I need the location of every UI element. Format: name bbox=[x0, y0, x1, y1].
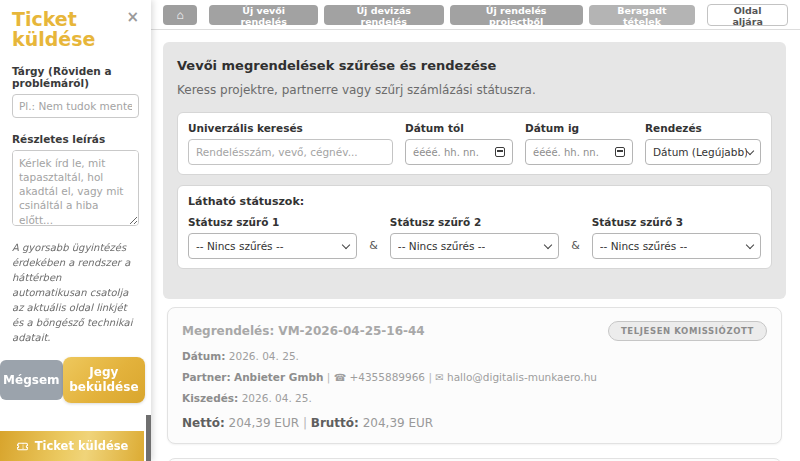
subject-input[interactable] bbox=[12, 94, 139, 118]
cancel-button[interactable]: Mégsem bbox=[0, 360, 63, 400]
order-pick-row: Kiszedés: 2026. 04. 25. bbox=[182, 392, 767, 404]
order-pick-value: 2026. 04. 25. bbox=[242, 392, 312, 404]
visible-statuses-label: Látható státuszok: bbox=[188, 195, 761, 208]
new-currency-order-button[interactable]: Új devizás rendelés bbox=[324, 5, 444, 25]
filter-panel-title: Vevői megrendelések szűrése és rendezése bbox=[177, 58, 772, 73]
sort-selected-value: Dátum (Legújabb) bbox=[653, 146, 747, 158]
sort-group: Rendezés Dátum (Legújabb) bbox=[645, 122, 761, 165]
new-order-from-project-button[interactable]: Új rendelés projectből bbox=[450, 5, 583, 25]
status-filter-3-select[interactable]: -- Nincs szűrés -- bbox=[592, 233, 761, 259]
status-filter-2-select[interactable]: -- Nincs szűrés -- bbox=[390, 233, 559, 259]
order-title: Megrendelés: VM-2026-04-25-16-44 bbox=[182, 324, 425, 338]
ticket-icon bbox=[16, 440, 29, 453]
calendar-icon[interactable] bbox=[495, 147, 505, 157]
order-date-value: 2026. 04. 25. bbox=[229, 350, 299, 362]
order-pick-label: Kiszedés: bbox=[182, 392, 238, 404]
search-filter-card: Univerzális keresés Dátum tól éééé. hh. … bbox=[177, 112, 772, 175]
status-filter-1-group: Státusz szűrő 1 -- Nincs szűrés -- bbox=[188, 216, 357, 259]
phone-icon: ☎ bbox=[334, 372, 346, 383]
status-filter-3-value: -- Nincs szűrés -- bbox=[600, 240, 688, 252]
date-to-placeholder: éééé. hh. nn. bbox=[533, 147, 599, 158]
sidebar-scrollbar[interactable] bbox=[146, 415, 151, 461]
date-to-group: Dátum ig éééé. hh. nn. bbox=[525, 122, 633, 165]
order-date-label: Dátum: bbox=[182, 350, 225, 362]
subject-label: Tárgy (Röviden a problémáról) bbox=[12, 65, 139, 89]
order-totals-row: Nettó: 204,39 EUR | Bruttó: 204,39 EUR bbox=[182, 416, 767, 430]
date-to-input[interactable]: éééé. hh. nn. bbox=[525, 139, 633, 165]
order-card: Megrendelés: VM-2026-04-25-16-44 TELJESE… bbox=[167, 307, 782, 444]
email-icon: ✉ bbox=[435, 372, 443, 383]
order-gross-value: 204,39 EUR bbox=[363, 416, 434, 430]
status-filter-2-group: Státusz szűrő 2 -- Nincs szűrés -- bbox=[390, 216, 559, 259]
separator: | bbox=[303, 416, 307, 430]
order-partner-row: Partner: Anbieter Gmbh | ☎ +4355889966 |… bbox=[182, 371, 767, 383]
toolbar: ⌂ Új vevői rendelés Új devizás rendelés … bbox=[151, 0, 800, 30]
order-partner-label: Partner: bbox=[182, 371, 231, 383]
separator: | bbox=[327, 371, 331, 383]
ticket-panel-actions: Mégsem Jegy beküldése bbox=[0, 357, 151, 403]
date-from-input[interactable]: éééé. hh. nn. bbox=[405, 139, 513, 165]
filter-panel: Vevői megrendelések szűrése és rendezése… bbox=[163, 42, 786, 299]
order-net-label: Nettó: bbox=[182, 416, 225, 430]
calendar-icon[interactable] bbox=[615, 147, 625, 157]
ticket-sidebar: Ticket küldése × Tárgy (Röviden a problé… bbox=[0, 0, 151, 461]
date-from-placeholder: éééé. hh. nn. bbox=[413, 147, 479, 158]
order-phone-link[interactable]: +4355889966 bbox=[349, 371, 425, 383]
universal-search-group: Univerzális keresés bbox=[188, 122, 393, 165]
separator: | bbox=[428, 371, 432, 383]
stuck-items-button[interactable]: Beragadt tételek bbox=[589, 5, 696, 25]
chevron-down-icon bbox=[746, 240, 754, 248]
close-icon[interactable]: × bbox=[126, 8, 139, 26]
universal-search-label: Univerzális keresés bbox=[188, 122, 393, 134]
order-date-row: Dátum: 2026. 04. 25. bbox=[182, 350, 767, 362]
chevron-down-icon bbox=[342, 240, 350, 248]
status-filter-3-group: Státusz szűrő 3 -- Nincs szűrés -- bbox=[592, 216, 761, 259]
order-partner-name: Anbieter Gmbh bbox=[234, 371, 323, 383]
status-filter-2-label: Státusz szűrő 2 bbox=[390, 216, 559, 228]
auto-attach-note: A gyorsabb ügyintézés érdekében a rendsz… bbox=[12, 240, 139, 345]
chevron-down-icon bbox=[544, 240, 552, 248]
status-filter-1-value: -- Nincs szűrés -- bbox=[196, 240, 284, 252]
app: Ticket küldése × Tárgy (Röviden a problé… bbox=[0, 0, 800, 461]
status-joiner: & bbox=[369, 239, 378, 252]
main-area: ⌂ Új vevői rendelés Új devizás rendelés … bbox=[151, 0, 800, 461]
status-joiner: & bbox=[571, 239, 580, 252]
sort-label: Rendezés bbox=[645, 122, 761, 134]
details-textarea[interactable] bbox=[12, 150, 139, 226]
submit-ticket-button[interactable]: Jegy beküldése bbox=[63, 357, 145, 403]
status-filter-1-label: Státusz szűrő 1 bbox=[188, 216, 357, 228]
ticket-panel-title: Ticket küldése bbox=[12, 10, 126, 50]
status-filter-2-value: -- Nincs szűrés -- bbox=[398, 240, 486, 252]
universal-search-input[interactable] bbox=[188, 139, 393, 165]
filter-panel-subtitle: Keress projektre, partnerre vagy szűrj s… bbox=[177, 83, 772, 97]
order-net-value: 204,39 EUR bbox=[229, 416, 300, 430]
date-from-label: Dátum tól bbox=[405, 122, 513, 134]
details-label: Részletes leírás bbox=[12, 133, 139, 145]
status-filter-1-select[interactable]: -- Nincs szűrés -- bbox=[188, 233, 357, 259]
home-icon: ⌂ bbox=[177, 9, 184, 21]
status-filter-3-label: Státusz szűrő 3 bbox=[592, 216, 761, 228]
order-email-link[interactable]: hallo@digitalis-munkaero.hu bbox=[447, 371, 597, 383]
chevron-down-icon bbox=[746, 146, 754, 154]
date-to-label: Dátum ig bbox=[525, 122, 633, 134]
date-from-group: Dátum tól éééé. hh. nn. bbox=[405, 122, 513, 165]
status-filter-card: Látható státuszok: Státusz szűrő 1 -- Ni… bbox=[177, 185, 772, 269]
ticket-widget-button[interactable]: Ticket küldése bbox=[0, 431, 144, 461]
new-customer-order-button[interactable]: Új vevői rendelés bbox=[209, 5, 318, 25]
home-button[interactable]: ⌂ bbox=[163, 5, 197, 25]
order-gross-label: Bruttó: bbox=[311, 416, 359, 430]
ticket-panel-header: Ticket küldése × bbox=[12, 10, 139, 50]
sort-select[interactable]: Dátum (Legújabb) bbox=[645, 139, 761, 165]
order-status-badge: TELJESEN KOMISSIÓZOTT bbox=[608, 321, 767, 341]
ticket-widget-label: Ticket küldése bbox=[35, 439, 129, 453]
page-bottom-button[interactable]: Oldal aljára bbox=[707, 4, 788, 26]
content: Vevői megrendelések szűrése és rendezése… bbox=[151, 30, 800, 461]
